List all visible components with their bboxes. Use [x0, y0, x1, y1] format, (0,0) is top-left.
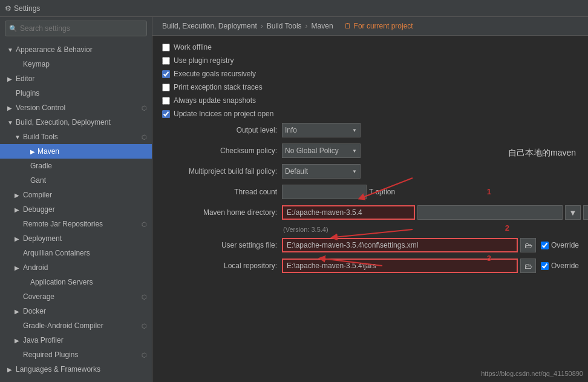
settings-icon: ⚙ [5, 4, 11, 13]
output-level-label: Output level: [162, 126, 277, 134]
multiproject-select-wrapper: DefaultAbortContinue [282, 164, 361, 179]
sidebar-label-remotejar: Remote Jar Repositories [23, 219, 103, 229]
work-offline-checkbox[interactable] [162, 44, 170, 51]
thread-count-input[interactable] [282, 185, 367, 199]
breadcrumb-project: 🗒 For current project [344, 22, 413, 30]
sidebar-label-appearance: Appearance & Behavior [16, 44, 93, 55]
sidebar-item-buildtools[interactable]: Build Tools⬡ [0, 130, 152, 144]
checksum-policy-select[interactable]: No Global PolicyStrictWarn [282, 143, 361, 158]
update-indices-row: Update Incices on project open [162, 110, 578, 118]
footer-url-text: https://blog.csdn.net/qq_41150890 [481, 370, 583, 377]
sidebar-label-gradle-android: Gradle-Android Compiler [23, 320, 103, 331]
sidebar-item-gradle[interactable]: Gradle [0, 159, 152, 173]
sidebar-label-required-plugins: Required Plugins [23, 349, 78, 360]
output-level-select-wrapper: DebugInfoWarnError [282, 123, 361, 137]
checksum-select-wrapper: No Global PolicyStrictWarn [282, 143, 361, 158]
sidebar-item-plugins[interactable]: Plugins [0, 86, 152, 100]
multiproject-select[interactable]: DefaultAbortContinue [282, 164, 361, 179]
tree-arrow-build [7, 118, 13, 127]
sidebar-label-deployment: Deployment [23, 233, 62, 244]
plugin-registry-row: Use plugin registry [162, 56, 578, 65]
sidebar-item-lang-frameworks[interactable]: Languages & Frameworks [0, 362, 152, 377]
sidebar-label-gant: Gant [30, 175, 46, 186]
user-settings-control: 🗁 Override [282, 238, 579, 252]
sidebar-label-android: Android [23, 262, 48, 273]
sidebar-item-compiler[interactable]: Compiler [0, 188, 152, 202]
maven-home-browse-btn[interactable]: … [583, 205, 588, 220]
tree-arrow-compiler [15, 191, 21, 200]
sidebar-item-build[interactable]: Build, Execution, Deployment [0, 115, 152, 130]
sidebar-item-gradle-android[interactable]: Gradle-Android Compiler⬡ [0, 318, 152, 333]
sidebar-item-vcs[interactable]: Version Control⬡ [0, 100, 152, 115]
maven-home-extra-input[interactable] [417, 205, 563, 220]
sidebar-item-java-profiler[interactable]: Java Profiler [0, 333, 152, 347]
local-repo-override-label: Override [551, 262, 579, 270]
sidebar-label-docker: Docker [23, 306, 46, 317]
sidebar-item-debugger[interactable]: Debugger [0, 202, 152, 217]
local-repo-override-checkbox[interactable] [541, 262, 549, 270]
always-update-checkbox[interactable] [162, 97, 170, 105]
sidebar-item-appservers[interactable]: Application Servers [0, 275, 152, 289]
search-input[interactable] [20, 24, 143, 33]
execute-goals-row: Execute goals recursively [162, 70, 578, 78]
output-level-select[interactable]: DebugInfoWarnError [282, 123, 361, 137]
sidebar-item-maven[interactable]: ▶ Maven [0, 144, 152, 159]
output-level-row: Output level: DebugInfoWarnError [162, 123, 578, 137]
maven-version-text: (Version: 3.5.4) [283, 226, 578, 233]
title-bar-text: Settings [14, 4, 40, 13]
sidebar-item-coverage[interactable]: Coverage⬡ [0, 289, 152, 304]
user-settings-override-checkbox[interactable] [541, 242, 549, 249]
search-box[interactable]: 🔍 [5, 21, 147, 36]
local-repo-input[interactable] [282, 259, 518, 273]
maven-home-dropdown-btn[interactable]: ▼ [565, 205, 581, 220]
sidebar-item-gant[interactable]: Gant [0, 173, 152, 188]
thread-count-row: Thread count T option [162, 185, 578, 199]
thread-count-label: Thread count [162, 188, 277, 196]
maven-home-label: Maven home directory: [162, 208, 277, 217]
local-repo-browse-btn[interactable]: 🗁 [520, 259, 536, 273]
print-exceptions-row: Print exception stack traces [162, 83, 578, 91]
sidebar-item-arquillian[interactable]: Arquillian Containers [0, 246, 152, 260]
sidebar-item-keymap[interactable]: Keymap [0, 57, 152, 71]
title-bar-label: ⚙ Settings [5, 4, 40, 13]
maven-sub-arrow: ▶ [30, 147, 35, 156]
execute-goals-checkbox[interactable] [162, 70, 170, 78]
sidebar-label-plugins: Plugins [16, 88, 39, 99]
sidebar-item-deployment[interactable]: Deployment [0, 231, 152, 246]
sidebar-item-editor[interactable]: Editor [0, 71, 152, 86]
always-update-label: Always update snapshots [174, 96, 256, 105]
maven-home-input[interactable] [282, 205, 415, 220]
multiproject-control: DefaultAbortContinue [282, 164, 578, 179]
tree-arrow-editor [7, 74, 13, 84]
tree-arrow-lang-frameworks [7, 365, 13, 374]
checksum-policy-control: No Global PolicyStrictWarn [282, 143, 578, 158]
use-plugin-registry-checkbox[interactable] [162, 57, 170, 65]
breadcrumb-path2: Build Tools [267, 22, 302, 30]
sidebar-label-gradle: Gradle [30, 160, 52, 171]
sidebar-item-required-plugins[interactable]: Required Plugins⬡ [0, 347, 152, 362]
always-update-row: Always update snapshots [162, 96, 578, 105]
user-settings-browse-btn[interactable]: 🗁 [520, 238, 536, 252]
multiproject-row: Multiproject build fail policy: DefaultA… [162, 164, 578, 179]
update-indices-checkbox[interactable] [162, 110, 170, 118]
sidebar-label-java-profiler: Java Profiler [23, 335, 64, 346]
print-exceptions-checkbox[interactable] [162, 84, 170, 91]
work-offline-label: Work offline [174, 43, 212, 51]
project-icon: 🗒 [344, 22, 351, 30]
sidebar-item-remotejar[interactable]: Remote Jar Repositories⬡ [0, 217, 152, 231]
user-settings-input[interactable] [282, 238, 518, 252]
local-repo-row: Local repository: 🗁 Override [162, 259, 578, 273]
sidebar-item-android[interactable]: Android [0, 260, 152, 275]
print-exceptions-label: Print exception stack traces [174, 83, 263, 91]
tree-arrow-java-profiler [15, 336, 21, 345]
tree-arrow-docker [15, 307, 21, 316]
tree-arrow-android [15, 263, 21, 272]
search-icon: 🔍 [9, 25, 18, 33]
sidebar-item-docker[interactable]: Docker [0, 304, 152, 318]
content-area: Build, Execution, Deployment › Build Too… [152, 17, 588, 382]
tree-arrow-deployment [15, 234, 21, 243]
breadcrumb-sep2: › [305, 22, 308, 30]
tree-arrow-vcs [7, 104, 13, 113]
sidebar-item-appearance[interactable]: Appearance & Behavior [0, 42, 152, 57]
local-repo-override-wrapper: Override [541, 262, 579, 270]
